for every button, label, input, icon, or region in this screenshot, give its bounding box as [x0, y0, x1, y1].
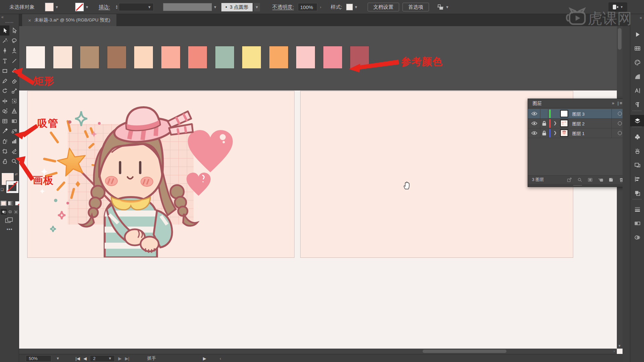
curvature-tool[interactable]: [9, 46, 19, 56]
visibility-eye-icon[interactable]: [531, 131, 537, 135]
chevron-down-icon[interactable]: ▼: [108, 356, 112, 360]
gradient-panel-button[interactable]: [630, 218, 644, 229]
artboard-tool[interactable]: [0, 146, 9, 156]
stepper-icon[interactable]: ▲▼: [115, 5, 118, 9]
hand-tool[interactable]: [0, 156, 9, 166]
opacity-label[interactable]: 不透明度:: [272, 0, 294, 14]
layer-row[interactable]: ❯ 图层 2: [528, 119, 623, 128]
artboard-1[interactable]: [28, 91, 294, 257]
draw-normal-button[interactable]: [1, 209, 7, 215]
paragraph-panel-button[interactable]: [630, 99, 644, 110]
fill-color-swatch[interactable]: [45, 3, 54, 11]
new-sublayer-icon[interactable]: [598, 177, 603, 182]
horizontal-scrollbar[interactable]: ›: [19, 349, 617, 354]
align-options-dropdown[interactable]: ▼: [437, 0, 449, 14]
symbols-panel-button[interactable]: [630, 131, 644, 142]
actions-panel-button[interactable]: [630, 28, 644, 40]
stroke-proxy[interactable]: [6, 181, 18, 193]
eyedropper-tool[interactable]: [0, 126, 9, 136]
artboard-number-field[interactable]: 2 ▼: [90, 355, 115, 362]
first-artboard-icon[interactable]: |◀: [75, 356, 80, 361]
draw-behind-button[interactable]: [7, 209, 13, 215]
scroll-right-icon[interactable]: ›: [613, 349, 615, 353]
stroke-panel-button[interactable]: [630, 203, 644, 215]
delete-layer-icon[interactable]: [619, 177, 623, 182]
style-dropdown[interactable]: ▼: [346, 0, 358, 14]
pen-tool[interactable]: [0, 46, 9, 56]
visibility-eye-icon[interactable]: [531, 111, 537, 116]
chevron-down-icon[interactable]: ▼: [254, 3, 260, 11]
layer-name[interactable]: 图层 2: [572, 121, 585, 127]
scale-tool[interactable]: [9, 86, 19, 96]
layer-thumbnail[interactable]: [560, 129, 568, 137]
dock-group-grip[interactable]: [633, 110, 642, 111]
swap-fill-stroke-icon[interactable]: ⇄: [15, 172, 17, 176]
draw-inside-button[interactable]: [13, 209, 19, 215]
brush-preset-dropdown[interactable]: • 3 点圆形 ▼: [221, 0, 260, 14]
last-artboard-icon[interactable]: ▶|: [125, 356, 129, 361]
layer-row[interactable]: ❯ 图层 3: [528, 109, 623, 119]
zoom-level-dropdown[interactable]: 50% ▼: [26, 354, 60, 362]
default-fill-stroke-icon[interactable]: ❏: [1, 188, 4, 191]
layer-name[interactable]: 图层 3: [572, 111, 585, 117]
zoom-tool[interactable]: [9, 156, 19, 166]
layers-panel-button[interactable]: [630, 115, 644, 126]
vertical-scrollbar[interactable]: ▼: [617, 26, 623, 349]
screen-mode-button[interactable]: [5, 217, 13, 225]
edit-toolbar-button[interactable]: •••: [0, 227, 19, 232]
preferences-button[interactable]: 首选项: [402, 0, 429, 14]
dock-group-grip[interactable]: [633, 199, 642, 200]
rotate-tool[interactable]: [0, 86, 9, 96]
rectangle-tool[interactable]: [0, 66, 9, 76]
swatches-panel-button[interactable]: [630, 43, 644, 54]
layer-target-icon[interactable]: [618, 112, 622, 116]
fill-color-dropdown[interactable]: ▼: [45, 0, 59, 14]
column-graph-tool[interactable]: [9, 136, 19, 146]
gradient-tool[interactable]: [9, 116, 19, 126]
horizontal-scrollbar-thumb[interactable]: [423, 350, 506, 353]
blend-tool[interactable]: [9, 126, 19, 136]
toolbar-grip[interactable]: ▪▪▪▪▪▪: [3, 21, 16, 24]
collapse-toolbar-icon[interactable]: «: [1, 15, 4, 19]
pathfinder-panel-button[interactable]: [630, 187, 644, 199]
width-profile-dropdown[interactable]: ▼: [163, 0, 217, 14]
chevron-down-icon[interactable]: ▼: [56, 356, 60, 360]
stroke-color-swatch[interactable]: [75, 3, 84, 11]
lock-icon[interactable]: [542, 121, 546, 126]
status-expand-icon[interactable]: ‹: [220, 354, 221, 362]
line-segment-tool[interactable]: [9, 56, 19, 66]
type-tool[interactable]: [0, 56, 9, 66]
paintbrush-tool[interactable]: [9, 66, 19, 76]
stroke-weight-label[interactable]: 描边:: [99, 0, 110, 14]
collect-for-export-icon[interactable]: [567, 177, 572, 182]
expand-layer-icon[interactable]: ❯: [553, 130, 557, 135]
dock-group-grip[interactable]: [633, 126, 642, 127]
align-panel-button[interactable]: [630, 173, 644, 185]
gradient-mode-button[interactable]: [8, 201, 13, 205]
scroll-down-icon[interactable]: ▼: [618, 344, 621, 348]
layer-thumbnail[interactable]: [560, 120, 568, 127]
stroke-weight-field[interactable]: ▼: [119, 3, 154, 11]
perspective-grid-tool[interactable]: [9, 106, 19, 116]
next-artboard-icon[interactable]: ▶: [118, 356, 121, 361]
panel-resize-grip[interactable]: [528, 184, 623, 187]
new-layer-icon[interactable]: [608, 177, 613, 182]
close-tab-icon[interactable]: ×: [28, 17, 31, 23]
visibility-eye-icon[interactable]: [531, 121, 537, 126]
magic-wand-tool[interactable]: [0, 36, 9, 46]
make-mask-icon[interactable]: [588, 177, 593, 182]
gradient-tool-panel-button[interactable]: [630, 71, 644, 82]
document-tab[interactable]: × 未标题-3.ai* @ 50% (RGB/GPU 预览): [22, 14, 116, 26]
chevron-right-icon[interactable]: ›: [320, 5, 321, 9]
color-mode-button[interactable]: [1, 201, 6, 205]
search-icon[interactable]: [577, 177, 582, 182]
symbol-sprayer-tool[interactable]: [0, 136, 9, 146]
artboards-panel-button[interactable]: [630, 159, 644, 171]
eraser-tool[interactable]: [9, 76, 19, 86]
free-transform-tool[interactable]: [9, 96, 19, 106]
layer-name[interactable]: 图层 1: [572, 131, 585, 137]
layer-row[interactable]: ❯ 图层 1: [528, 128, 623, 138]
selection-tool[interactable]: [0, 25, 9, 36]
width-tool[interactable]: [0, 96, 9, 106]
layer-thumbnail[interactable]: [560, 110, 568, 117]
